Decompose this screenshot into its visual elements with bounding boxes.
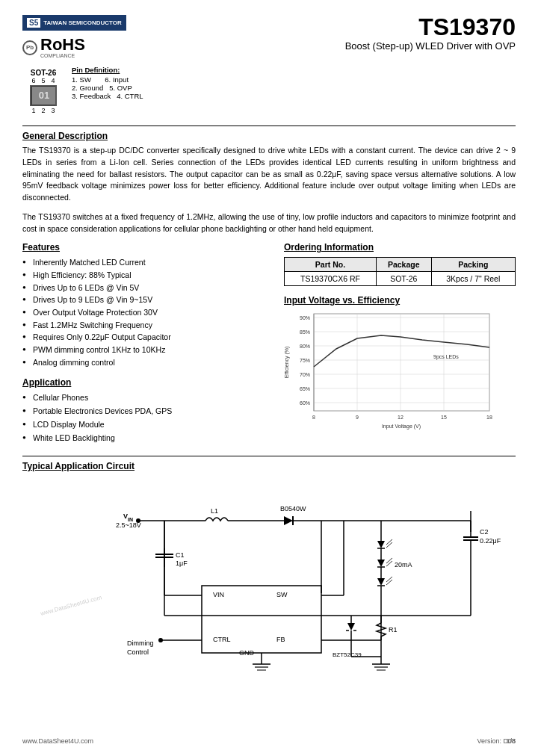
app-item: Cellular Phones bbox=[22, 391, 269, 405]
package-value: SOT-26 bbox=[376, 272, 431, 286]
pb-icon: Pb bbox=[22, 40, 37, 55]
svg-text:01: 01 bbox=[39, 90, 49, 101]
svg-line-63 bbox=[386, 539, 392, 545]
svg-line-69 bbox=[386, 561, 392, 566]
pin-def-title: Pin Definition: bbox=[72, 66, 143, 74]
chart-heading: Input Voltage vs. Efficiency bbox=[284, 295, 516, 306]
circuit-svg: VIN 2.5~18V C1 1μF L1 bbox=[22, 477, 508, 687]
application-list: Cellular Phones Portable Electronics Dev… bbox=[22, 391, 269, 444]
chip-subtitle: Boost (Step-up) WLED Driver with OVP bbox=[345, 40, 516, 52]
pin-5: 5 bbox=[41, 77, 45, 84]
sot-label: SOT-26 bbox=[31, 69, 56, 77]
svg-text:VIN: VIN bbox=[213, 591, 224, 598]
features-heading: Features bbox=[22, 242, 269, 252]
general-description-section: General Description The TS19370 is a ste… bbox=[22, 131, 516, 235]
typical-circuit-section: Typical Application Circuit VIN 2.5~18V … bbox=[22, 456, 516, 687]
feature-item: Drives Up to 6 LEDs @ Vin 5V bbox=[22, 282, 269, 294]
logo-area: S5 TAIWAN SEMICONDUCTOR Pb RoHS COMPLIAN… bbox=[22, 15, 126, 58]
feature-item: Drives Up to 9 LEDs @ Vin 9~15V bbox=[22, 294, 269, 306]
svg-text:8: 8 bbox=[312, 415, 315, 420]
footer-website-left: www.DataSheet4U.com bbox=[22, 737, 93, 745]
company-logo: S5 TAIWAN SEMICONDUCTOR bbox=[22, 15, 126, 31]
pin-4: 4 bbox=[52, 77, 55, 84]
app-item: LCD Display Module bbox=[22, 418, 269, 432]
pin-2: 2 bbox=[41, 107, 45, 114]
svg-line-73 bbox=[386, 577, 392, 582]
sot-chip-graphic: 01 bbox=[31, 86, 55, 105]
svg-marker-61 bbox=[377, 541, 385, 548]
svg-text:B0540W: B0540W bbox=[280, 505, 306, 512]
sot-body: 01 bbox=[30, 85, 57, 106]
sot-pins-top: 6 5 4 bbox=[31, 77, 55, 84]
svg-line-64 bbox=[386, 542, 392, 548]
svg-text:9pcs LEDs: 9pcs LEDs bbox=[433, 354, 459, 360]
divider-2 bbox=[22, 456, 516, 456]
app-item: White LED Backlighting bbox=[22, 432, 269, 445]
pin-def-line3: 3. Feedback 4. CTRL bbox=[72, 92, 143, 100]
svg-line-68 bbox=[386, 558, 392, 563]
typical-circuit-heading: Typical Application Circuit bbox=[22, 461, 516, 471]
svg-text:www.DataSheet4U.com: www.DataSheet4U.com bbox=[39, 595, 102, 618]
chart-section: Input Voltage vs. Efficiency bbox=[284, 295, 516, 437]
feature-item: Fast 1.2MHz Switching Frequency bbox=[22, 319, 269, 332]
rohs-text: RoHS bbox=[40, 37, 85, 53]
col-part-no: Part No. bbox=[285, 258, 377, 272]
svg-text:Dimming: Dimming bbox=[127, 639, 154, 647]
svg-point-33 bbox=[136, 518, 140, 523]
features-list: Inherently Matched LED Current High Effi… bbox=[22, 256, 269, 368]
feature-item: Requires Only 0.22μF Output Capacitor bbox=[22, 331, 269, 344]
ordering-heading: Ordering Information bbox=[284, 242, 516, 252]
svg-marker-46 bbox=[284, 516, 293, 525]
svg-text:60%: 60% bbox=[300, 400, 310, 406]
svg-text:C1: C1 bbox=[176, 551, 185, 559]
pin-6: 6 bbox=[31, 77, 35, 84]
divider-1 bbox=[22, 126, 516, 126]
ordering-table: Part No. Package Packing TS19370CX6 RF S… bbox=[284, 257, 516, 286]
footer-version: Version: D08 bbox=[477, 737, 516, 745]
svg-text:90%: 90% bbox=[300, 315, 310, 320]
feature-item: Analog dimming control bbox=[22, 356, 269, 369]
application-heading: Application bbox=[22, 377, 269, 388]
logo-icon: S5 bbox=[27, 18, 40, 28]
application-section: Application Cellular Phones Portable Ele… bbox=[22, 377, 269, 444]
left-column: Features Inherently Matched LED Current … bbox=[22, 242, 269, 444]
part-no-value: TS19370CX6 RF bbox=[285, 272, 377, 286]
svg-text:GND: GND bbox=[239, 649, 255, 657]
title-area: TS19370 Boost (Step-up) WLED Driver with… bbox=[345, 15, 516, 52]
col-package: Package bbox=[376, 258, 431, 272]
pin-definition: Pin Definition: 1. SW 6. Input 2. Ground… bbox=[72, 66, 143, 100]
pin-3: 3 bbox=[52, 107, 55, 114]
svg-text:80%: 80% bbox=[300, 344, 310, 349]
table-row: TS19370CX6 RF SOT-26 3Kpcs / 7" Reel bbox=[285, 272, 516, 286]
two-col-layout: Features Inherently Matched LED Current … bbox=[22, 242, 516, 444]
feature-item: Over Output Voltage Protection 30V bbox=[22, 306, 269, 319]
svg-marker-71 bbox=[377, 578, 385, 586]
pin-1: 1 bbox=[31, 107, 35, 114]
svg-text:VIN: VIN bbox=[123, 512, 133, 522]
page-footer: www.DataSheet4U.com 1/8 bbox=[0, 737, 538, 745]
svg-text:70%: 70% bbox=[300, 372, 310, 377]
feature-item: High Efficiency: 88% Typical bbox=[22, 269, 269, 282]
svg-rect-2 bbox=[314, 314, 489, 411]
svg-text:Efficiency (%): Efficiency (%) bbox=[284, 347, 290, 379]
compliance-text: COMPLIANCE bbox=[40, 53, 85, 58]
svg-text:75%: 75% bbox=[300, 358, 310, 363]
sot-pins-bottom: 1 2 3 bbox=[31, 107, 55, 114]
svg-text:15: 15 bbox=[441, 415, 447, 420]
feature-item: Inherently Matched LED Current bbox=[22, 256, 269, 269]
general-desc-para2: The TS19370 switches at a fixed frequenc… bbox=[22, 211, 516, 235]
sot-diagram: SOT-26 6 5 4 01 1 2 3 bbox=[30, 69, 57, 114]
packing-value: 3Kpcs / 7" Reel bbox=[431, 272, 515, 286]
svg-text:L1: L1 bbox=[211, 507, 218, 515]
svg-text:65%: 65% bbox=[300, 386, 310, 391]
svg-text:C2: C2 bbox=[480, 528, 489, 536]
svg-text:CTRL: CTRL bbox=[213, 636, 231, 643]
svg-text:Control: Control bbox=[127, 648, 149, 656]
general-desc-para1: The TS19370 is a step-up DC/DC converter… bbox=[22, 145, 516, 204]
chip-title: TS19370 bbox=[345, 15, 516, 39]
svg-marker-102 bbox=[347, 623, 355, 630]
svg-line-74 bbox=[386, 580, 392, 585]
svg-text:0.22μF: 0.22μF bbox=[480, 537, 501, 545]
pin-def-line1: 1. SW 6. Input bbox=[72, 75, 143, 84]
rohs-area: Pb RoHS COMPLIANCE bbox=[22, 37, 126, 58]
